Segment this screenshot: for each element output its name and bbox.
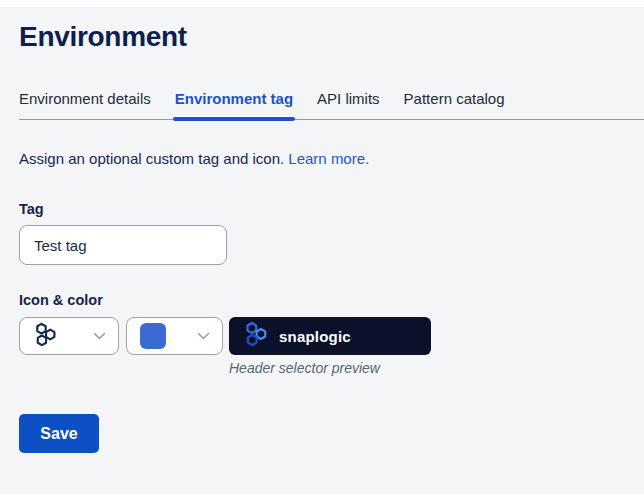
save-button[interactable]: Save — [19, 414, 99, 453]
top-strip — [0, 0, 644, 7]
icon-color-label: Icon & color — [19, 292, 644, 308]
page-title: Environment — [19, 21, 644, 53]
environment-settings-page: Environment Environment details Environm… — [0, 21, 644, 453]
color-swatch — [140, 323, 166, 349]
icon-dropdown[interactable] — [19, 317, 119, 355]
tab-bar: Environment details Environment tag API … — [19, 90, 644, 120]
chevron-down-icon — [197, 332, 210, 340]
tab-environment-tag[interactable]: Environment tag — [175, 90, 293, 119]
tab-pattern-catalog[interactable]: Pattern catalog — [404, 90, 505, 119]
intro-text: Assign an optional custom tag and icon. … — [19, 150, 644, 167]
header-selector-preview: snaplogic Header selector preview — [229, 317, 431, 376]
tab-api-limits[interactable]: API limits — [317, 90, 380, 119]
icon-color-picker-row: snaplogic Header selector preview — [19, 317, 644, 376]
tag-label: Tag — [19, 201, 644, 217]
snaplogic-logo-icon — [243, 321, 269, 351]
color-dropdown[interactable] — [126, 317, 223, 355]
preview-brand-text: snaplogic — [279, 328, 351, 345]
learn-more-link[interactable]: Learn more. — [288, 150, 369, 167]
tag-input[interactable] — [19, 225, 227, 265]
preview-caption: Header selector preview — [229, 360, 431, 376]
preview-chip: snaplogic — [229, 317, 431, 355]
chevron-down-icon — [93, 332, 106, 340]
tab-environment-details[interactable]: Environment details — [19, 90, 151, 119]
snaplogic-hexagons-icon — [33, 322, 58, 351]
intro-description: Assign an optional custom tag and icon. — [19, 150, 284, 167]
